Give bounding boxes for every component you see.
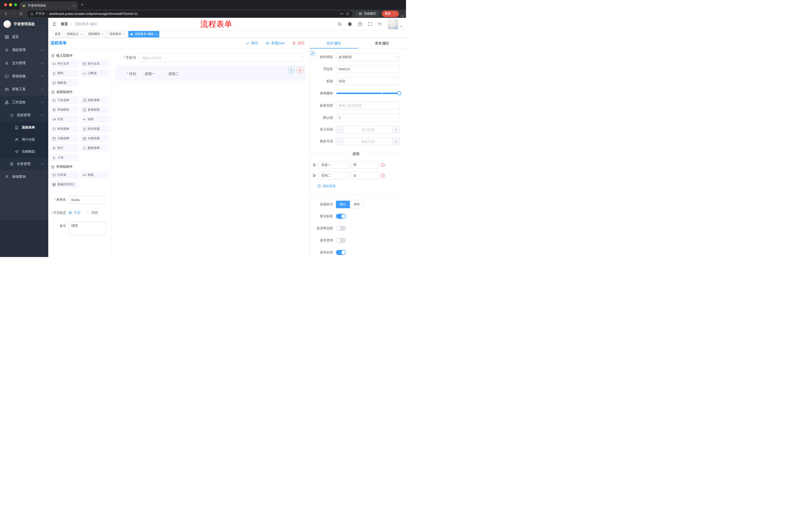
- sidebar-item-task-management[interactable]: 任务管理: [0, 158, 48, 170]
- avatar-caret-icon[interactable]: [401, 26, 403, 27]
- field-name-input[interactable]: [336, 65, 400, 73]
- link-float-button[interactable]: [310, 51, 315, 56]
- sidebar-item-leave-query[interactable]: 请假查询: [0, 170, 48, 183]
- tag-process-model[interactable]: 流程模型×: [86, 31, 106, 37]
- tag-process-form-edit-active[interactable]: 流程表单-编辑×: [128, 31, 159, 37]
- chip-password[interactable]: 密码: [51, 70, 79, 77]
- browser-update-button[interactable]: 更新: [382, 10, 399, 17]
- view-json-button[interactable]: 查看json: [266, 41, 285, 46]
- help-icon[interactable]: [358, 22, 362, 26]
- tag-close-icon[interactable]: ×: [155, 32, 157, 36]
- default-value-input[interactable]: [336, 114, 400, 121]
- form-name-input[interactable]: [68, 196, 106, 204]
- option1-value-input[interactable]: [350, 161, 379, 169]
- widget-copy-button[interactable]: [288, 67, 294, 74]
- chip-rate[interactable]: 评分: [51, 144, 79, 152]
- sidebar-item-infrastructure[interactable]: 基础设施: [0, 70, 48, 83]
- title-input[interactable]: [336, 77, 400, 85]
- show-label-switch[interactable]: [336, 214, 346, 219]
- style-button-button[interactable]: 按钮: [350, 201, 364, 208]
- tag-close-icon[interactable]: ×: [102, 32, 104, 36]
- stepper-plus-button[interactable]: +: [392, 126, 400, 133]
- status-radio-off[interactable]: 关闭: [86, 209, 98, 217]
- sidebar-item-payment[interactable]: 支付管理: [0, 57, 48, 70]
- chip-textarea[interactable]: 多行文本: [81, 60, 109, 67]
- chip-upload[interactable]: 上传: [51, 154, 79, 161]
- tag-home[interactable]: 首页: [53, 31, 63, 37]
- tab-component-props[interactable]: 组件属性: [310, 38, 358, 48]
- form-grid-slider[interactable]: [337, 92, 400, 94]
- tab-form-props[interactable]: 表单属性: [358, 38, 406, 48]
- remove-option-button[interactable]: [381, 163, 385, 167]
- profile-caret-icon[interactable]: [402, 16, 404, 17]
- sidebar-item-workflow[interactable]: 工作流程: [0, 96, 48, 109]
- user-avatar[interactable]: [388, 19, 398, 29]
- github-icon[interactable]: [347, 22, 352, 26]
- browser-menu-dots-icon[interactable]: [393, 12, 396, 16]
- chip-select[interactable]: 下拉选择: [51, 97, 79, 104]
- sidebar-logo[interactable]: 芋道管理系统: [0, 18, 48, 30]
- save-button[interactable]: 保存: [246, 41, 258, 46]
- style-default-button[interactable]: 默认: [336, 201, 350, 208]
- forward-button[interactable]: [10, 10, 17, 17]
- component-type-select[interactable]: [336, 53, 400, 61]
- chip-time-range[interactable]: 时间范围: [81, 125, 109, 133]
- canvas-field-gender-selected[interactable]: 性别 选项一 选项二: [115, 65, 306, 81]
- sidebar-item-process-form[interactable]: 流程表单: [0, 121, 48, 134]
- hamburger-icon[interactable]: [52, 22, 57, 26]
- tag-process-form[interactable]: 流程表单×: [107, 31, 127, 37]
- canvas-field-phone[interactable]: 手机号: [115, 54, 306, 62]
- sidebar-item-system[interactable]: 系统管理: [0, 44, 48, 57]
- sidebar-item-dev-tools[interactable]: 研发工具: [0, 83, 48, 96]
- component-type-value[interactable]: [336, 53, 400, 61]
- option1-label-input[interactable]: [318, 161, 348, 169]
- clear-button[interactable]: 清空: [292, 41, 304, 46]
- stepper-minus-button[interactable]: −: [336, 126, 344, 133]
- tag-process-definition[interactable]: 流程定义×: [64, 31, 84, 37]
- min-select-input[interactable]: [344, 126, 392, 133]
- tag-close-icon[interactable]: ×: [80, 32, 82, 36]
- font-size-icon[interactable]: [378, 22, 382, 26]
- bookmark-star-icon[interactable]: [346, 12, 349, 16]
- add-option-button[interactable]: 添加选项: [317, 184, 336, 188]
- chip-date-range[interactable]: 日期范围: [81, 135, 109, 142]
- option2-label-input[interactable]: [318, 172, 348, 179]
- chip-checkbox-group[interactable]: 多选框组: [81, 106, 109, 113]
- sidebar-item-process-management[interactable]: 流程管理: [0, 109, 48, 121]
- required-switch[interactable]: [336, 250, 346, 255]
- form-canvas[interactable]: 手机号 性别 选项一 选项二: [112, 49, 310, 257]
- chip-time-picker[interactable]: 时间选择: [51, 125, 79, 133]
- status-radio-on[interactable]: 开启: [68, 209, 80, 217]
- sidebar-item-user-group[interactable]: 用户分组: [0, 134, 48, 145]
- back-button[interactable]: [2, 10, 9, 17]
- border-switch[interactable]: [336, 226, 346, 231]
- remove-option-button[interactable]: [381, 173, 385, 178]
- form-remark-textarea[interactable]: 嘿嘿: [68, 222, 106, 235]
- chip-switch[interactable]: 开关: [51, 116, 79, 123]
- slider-handle[interactable]: [397, 91, 401, 95]
- chip-single-line-text[interactable]: 单行文本: [51, 60, 79, 67]
- stepper-minus-button[interactable]: −: [336, 138, 344, 145]
- stepper-plus-button[interactable]: +: [392, 138, 400, 145]
- chip-date-picker[interactable]: 日期选择: [51, 135, 79, 142]
- tab-close-icon[interactable]: ×: [72, 3, 76, 7]
- address-bar[interactable]: 不安全 | dashboard.yudao.iocoder.cn/bpm/man…: [27, 10, 352, 17]
- gender-checkbox-option2[interactable]: 选项二: [163, 72, 179, 76]
- chip-button[interactable]: 按钮: [81, 171, 109, 179]
- chip-editor[interactable]: 编辑器: [51, 79, 79, 86]
- chip-cascader[interactable]: 级联选择: [81, 97, 109, 104]
- password-key-icon[interactable]: [340, 12, 344, 16]
- chip-counter[interactable]: 计数器: [81, 70, 109, 77]
- disabled-switch[interactable]: [336, 238, 346, 243]
- widget-delete-button[interactable]: [297, 67, 303, 74]
- label-width-input[interactable]: [336, 102, 400, 109]
- chip-color-picker[interactable]: 颜色选择: [81, 144, 109, 152]
- tag-close-icon[interactable]: ×: [123, 32, 125, 36]
- sidebar-item-home[interactable]: 首页: [0, 30, 48, 44]
- gender-checkbox-option1[interactable]: 选项一: [139, 72, 155, 76]
- max-select-input[interactable]: [344, 138, 392, 145]
- drag-handle-icon[interactable]: [312, 173, 316, 178]
- sidebar-item-process-model[interactable]: 流程模型: [0, 145, 48, 158]
- browser-tab[interactable]: 芋道管理系统 ×: [20, 1, 78, 9]
- phone-input[interactable]: [139, 54, 303, 62]
